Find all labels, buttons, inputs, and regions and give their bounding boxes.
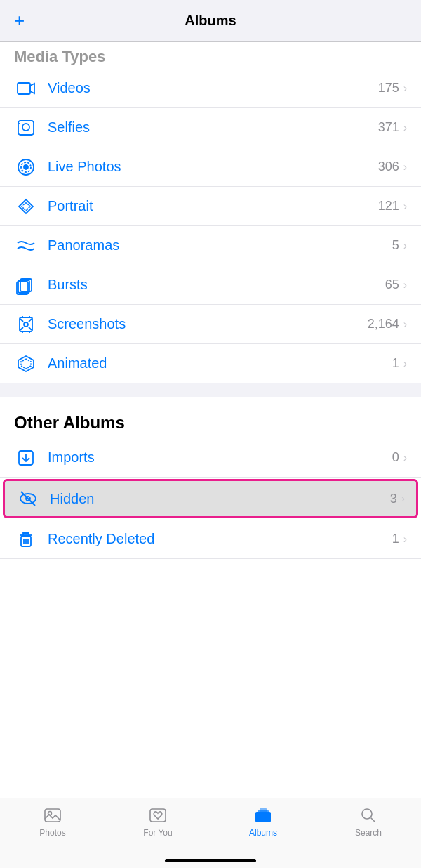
list-item-bursts[interactable]: Bursts 65 › [0,265,421,305]
selfie-icon [14,118,38,138]
animated-chevron: › [403,357,407,370]
photos-tab-label: Photos [39,828,65,838]
recently-deleted-count: 1 [392,532,399,546]
imports-chevron: › [403,452,407,464]
videos-label: Videos [48,80,378,96]
portrait-icon [14,197,38,216]
list-item-panoramas[interactable]: Panoramas 5 › [0,226,421,265]
media-types-list: Videos 175 › Selfies 371 › [0,69,421,383]
selfies-chevron: › [403,121,407,134]
section-gap [0,383,421,397]
svg-rect-0 [18,83,30,94]
animated-count: 1 [392,356,399,371]
panoramas-count: 5 [392,238,399,253]
svg-rect-2 [18,121,34,135]
svg-marker-1 [30,84,34,93]
live-photos-icon [14,157,38,177]
svg-point-3 [22,124,29,131]
list-item-live-photos[interactable]: Live Photos 306 › [0,147,421,187]
search-tab-icon [359,805,378,825]
screenshots-chevron: › [403,318,407,331]
albums-tab-label: Albums [249,828,277,838]
list-item-screenshots[interactable]: Screenshots 2,164 › [0,305,421,344]
bursts-label: Bursts [48,277,385,293]
svg-marker-15 [21,359,31,369]
panoramas-label: Panoramas [48,237,392,254]
portrait-label: Portrait [48,198,378,214]
hidden-icon [16,489,40,508]
tab-bar: Photos For You Albums S [0,798,421,868]
for-you-tab-icon [148,805,168,825]
animated-icon [14,354,38,374]
svg-point-7 [24,165,28,169]
list-item-imports[interactable]: Imports 0 › [0,438,421,478]
svg-point-13 [24,322,28,327]
selfies-label: Selfies [48,119,378,136]
tab-for-you[interactable]: For You [105,805,210,838]
hidden-chevron: › [401,492,405,505]
content-area: Media Types Videos 175 › [0,42,421,798]
media-types-section-header-partial: Media Types [0,42,421,69]
hidden-label: Hidden [50,491,390,507]
svg-rect-27 [150,809,166,822]
search-tab-label: Search [355,828,382,838]
bursts-icon [14,275,38,295]
add-button[interactable]: + [14,10,25,32]
recently-deleted-label: Recently Deleted [48,531,392,547]
tab-photos[interactable]: Photos [0,805,105,838]
panoramas-icon [14,236,38,256]
screenshots-label: Screenshots [48,316,368,332]
list-item-portrait[interactable]: Portrait 121 › [0,187,421,226]
tab-albums[interactable]: Albums [210,805,316,838]
videos-count: 175 [378,81,399,96]
portrait-count: 121 [378,199,399,213]
panoramas-chevron: › [403,239,407,252]
videos-chevron: › [403,82,407,95]
import-icon [14,448,38,468]
list-item-hidden[interactable]: Hidden 3 › [3,479,418,518]
svg-rect-30 [260,808,267,818]
recently-deleted-chevron: › [403,533,407,546]
albums-tab-icon [253,805,273,825]
list-item-recently-deleted[interactable]: Recently Deleted 1 › [0,520,421,559]
svg-point-31 [362,809,372,819]
other-albums-section-title: Other Albums [0,397,421,438]
screenshots-icon [14,315,38,334]
imports-label: Imports [48,449,392,466]
trash-icon [14,530,38,549]
imports-count: 0 [392,450,399,465]
live-photos-chevron: › [403,161,407,173]
for-you-tab-label: For You [143,828,172,838]
animated-label: Animated [48,355,392,371]
header: + Albums [0,0,421,42]
home-indicator [165,859,256,862]
list-item-selfies[interactable]: Selfies 371 › [0,108,421,147]
photos-tab-icon [43,805,62,825]
selfies-count: 371 [378,120,399,135]
page-title: Albums [185,13,236,29]
list-item-videos[interactable]: Videos 175 › [0,69,421,108]
svg-line-32 [371,818,376,823]
bursts-chevron: › [403,279,407,291]
other-albums-list: Imports 0 › Hidden 3 › [0,438,421,559]
screenshots-count: 2,164 [368,317,399,331]
hidden-count: 3 [390,492,397,506]
bursts-count: 65 [385,277,399,292]
tab-search[interactable]: Search [316,805,421,838]
live-photos-label: Live Photos [48,159,378,175]
video-icon [14,79,38,98]
portrait-chevron: › [403,200,407,213]
svg-rect-25 [45,809,60,822]
live-photos-count: 306 [378,159,399,174]
list-item-animated[interactable]: Animated 1 › [0,344,421,383]
